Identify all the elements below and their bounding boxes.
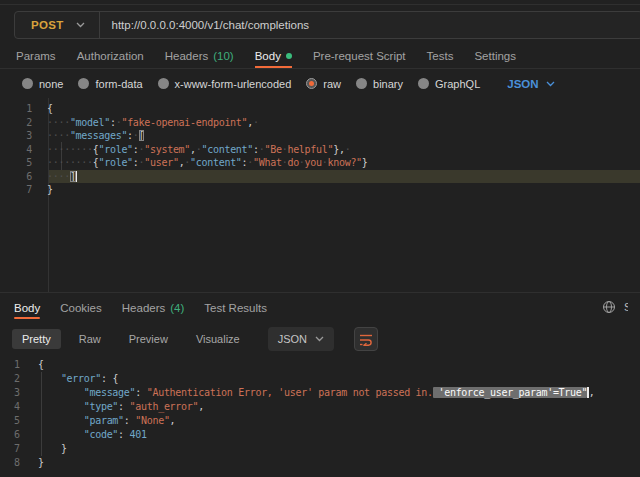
view-visualize-button[interactable]: Visualize [186, 329, 250, 349]
raw-format-select[interactable]: JSON [507, 78, 554, 90]
code-text: { [38, 358, 44, 372]
line-number: 5 [0, 414, 28, 428]
radio-icon [356, 78, 367, 89]
response-section: Body Cookies Headers(4) Test Results St … [0, 292, 640, 477]
response-format-select[interactable]: JSON [268, 327, 334, 351]
body-active-dot-icon [286, 53, 292, 59]
line-number: 5 [0, 156, 40, 170]
line-number: 3 [0, 129, 40, 143]
line-number: 4 [0, 400, 28, 414]
globe-icon[interactable] [602, 300, 616, 314]
code-line[interactable]: 7} [0, 183, 640, 197]
method-label: POST [31, 19, 64, 31]
radio-icon [418, 78, 429, 89]
url-input[interactable]: http://0.0.0.0:4000/v1/chat/completions [100, 19, 310, 31]
radio-icon [78, 78, 89, 89]
tab-authorization[interactable]: Authorization [77, 44, 144, 68]
line-number: 1 [0, 358, 28, 372]
code-text: ····] [47, 170, 77, 184]
body-type-row: none form-data x-www-form-urlencoded raw… [0, 69, 640, 98]
view-preview-button[interactable]: Preview [119, 329, 178, 349]
tab-settings[interactable]: Settings [474, 44, 516, 68]
response-tab-body[interactable]: Body [14, 293, 40, 323]
body-type-none[interactable]: none [22, 78, 63, 90]
response-body-editor[interactable]: 1{2 "error": {3 "message": "Authenticati… [0, 355, 640, 477]
code-text: "message": "Authentication Error, 'user'… [38, 386, 594, 400]
radio-icon [158, 78, 169, 89]
body-type-binary[interactable]: binary [356, 78, 403, 90]
code-text: "error": { [38, 372, 118, 386]
headers-count: (10) [213, 50, 233, 62]
chevron-down-icon [546, 81, 555, 87]
code-text: } [47, 183, 53, 197]
status-text-clipped: St [624, 301, 628, 313]
text-cursor [76, 171, 78, 182]
tab-body[interactable]: Body [255, 44, 292, 68]
radio-icon [22, 78, 33, 89]
code-text: ····"messages":·[ [47, 129, 144, 143]
code-line[interactable]: 5········{"role":·"user",·"content":·"Wh… [0, 156, 640, 170]
line-number: 7 [0, 183, 40, 197]
text-wrap-icon [359, 333, 373, 346]
view-raw-button[interactable]: Raw [69, 329, 111, 349]
response-tab-cookies[interactable]: Cookies [60, 293, 102, 323]
tab-headers[interactable]: Headers(10) [165, 44, 234, 68]
line-number: 6 [0, 428, 28, 442]
code-line[interactable]: 7 } [0, 442, 640, 456]
code-line[interactable]: 1{ [0, 102, 640, 116]
code-line[interactable]: 1{ [0, 358, 640, 372]
line-number: 8 [0, 456, 28, 470]
line-number: 2 [0, 116, 40, 130]
code-text: "param": "None", [38, 414, 175, 428]
request-bar: POST http://0.0.0.0:4000/v1/chat/complet… [14, 11, 640, 39]
tab-tests[interactable]: Tests [427, 44, 454, 68]
code-text: } [38, 456, 44, 470]
code-line[interactable]: 6 "code": 401 [0, 428, 640, 442]
code-line[interactable]: 3 "message": "Authentication Error, 'use… [0, 386, 640, 400]
code-text: } [38, 442, 67, 456]
request-url-row: POST http://0.0.0.0:4000/v1/chat/complet… [0, 5, 640, 44]
code-line[interactable]: 4········{"role":·"system",·"content":·"… [0, 143, 640, 157]
body-type-x-www-form-urlencoded[interactable]: x-www-form-urlencoded [158, 78, 292, 90]
response-toolbar: Pretty Raw Preview Visualize JSON [0, 323, 640, 355]
tab-pre-request-script[interactable]: Pre-request Script [313, 44, 406, 68]
body-type-raw[interactable]: raw [306, 78, 341, 90]
chevron-down-icon [76, 22, 85, 28]
body-type-graphql[interactable]: GraphQL [418, 78, 480, 90]
code-text: ········{"role":·"user",·"content":·"Wha… [47, 156, 368, 170]
method-select[interactable]: POST [15, 12, 99, 38]
code-text: ········{"role":·"system",·"content":·"B… [47, 143, 350, 157]
code-line[interactable]: 2····"model":·"fake-openai-endpoint",· [0, 116, 640, 130]
code-text: "code": 401 [38, 428, 147, 442]
code-text: "type": "auth_error", [38, 400, 204, 414]
code-line[interactable]: 4 "type": "auth_error", [0, 400, 640, 414]
code-text: ····"model":·"fake-openai-endpoint",· [47, 116, 259, 130]
chevron-down-icon [315, 336, 324, 342]
response-tab-test-results[interactable]: Test Results [204, 293, 267, 323]
code-line[interactable]: 6····] [0, 170, 640, 184]
line-number: 6 [0, 170, 40, 184]
code-line[interactable]: 2 "error": { [0, 372, 640, 386]
request-tabs: Params Authorization Headers(10) Body Pr… [0, 44, 640, 69]
body-type-form-data[interactable]: form-data [78, 78, 142, 90]
response-tab-headers[interactable]: Headers(4) [122, 293, 185, 323]
view-pretty-button[interactable]: Pretty [12, 329, 61, 349]
radio-selected-icon [306, 78, 317, 89]
response-headers-count: (4) [170, 302, 184, 314]
line-number: 2 [0, 372, 28, 386]
code-line[interactable]: 8} [0, 456, 640, 470]
line-number: 3 [0, 386, 28, 400]
text-wrap-button[interactable] [354, 327, 378, 351]
code-text: { [47, 102, 53, 116]
line-number: 7 [0, 442, 28, 456]
active-tab-underline [14, 317, 40, 319]
line-number: 4 [0, 143, 40, 157]
response-tabs: Body Cookies Headers(4) Test Results St [0, 293, 640, 323]
code-line[interactable]: 3····"messages":·[ [0, 129, 640, 143]
code-line[interactable]: 5 "param": "None", [0, 414, 640, 428]
tab-params[interactable]: Params [16, 44, 56, 68]
request-body-editor[interactable]: 1{2····"model":·"fake-openai-endpoint",·… [0, 98, 640, 292]
line-number: 1 [0, 102, 40, 116]
